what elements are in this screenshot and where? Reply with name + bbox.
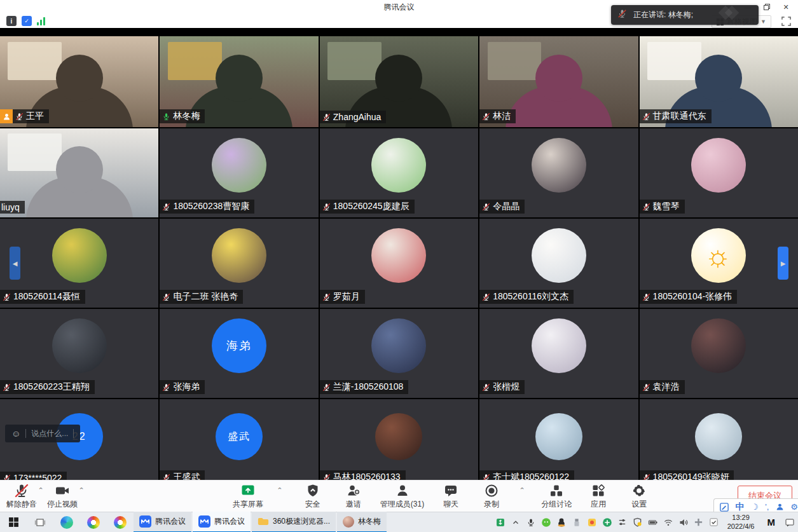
fullscreen-button[interactable] — [779, 15, 793, 27]
taskbar-app-button[interactable]: 360极速浏览器... — [252, 512, 336, 532]
browser-360-speed-icon[interactable] — [107, 512, 134, 532]
stop-video-button[interactable]: 停止视频 — [47, 483, 78, 510]
participant-tile[interactable]: 林洁 — [479, 36, 638, 127]
record-chevron-icon[interactable]: ⌃ — [517, 483, 527, 498]
share-screen-label: 共享屏幕 — [233, 499, 263, 510]
participant-name-label: 袁洋浩 — [640, 380, 685, 394]
stop-video-chevron-icon[interactable]: ⌃ — [76, 483, 86, 498]
mic-muted-icon — [322, 474, 331, 481]
user-icon[interactable] — [776, 503, 784, 511]
chinese-mode-icon[interactable]: 中 — [736, 501, 745, 513]
participant-avatar — [212, 228, 266, 283]
participant-name: 令晶晶 — [493, 201, 519, 212]
share-screen-button[interactable]: 共享屏幕 — [233, 483, 263, 510]
chat-input-placeholder[interactable]: 说点什么... — [31, 428, 68, 439]
start-icon[interactable] — [0, 512, 27, 532]
wechat-icon[interactable] — [540, 517, 552, 528]
next-page-button[interactable]: ▶ — [778, 247, 788, 280]
manage-members-button[interactable]: 管理成员(31) — [380, 483, 424, 510]
participant-tile[interactable]: 令晶晶 — [479, 128, 638, 217]
participant-tile[interactable]: 1805260223王精翔 — [0, 309, 158, 398]
unmute-chevron-icon[interactable]: ⌃ — [36, 483, 46, 498]
app-yellow-icon[interactable] — [586, 517, 598, 528]
edge-icon[interactable] — [53, 512, 80, 532]
security-button[interactable]: 安全 — [299, 483, 327, 510]
participant-tile[interactable]: 1805260114聂恒 — [0, 219, 158, 308]
taskbar-clock[interactable]: 13:29 2022/4/6 — [724, 514, 759, 530]
settings-button[interactable]: 设置 — [625, 483, 653, 510]
microphone-icon[interactable] — [525, 517, 537, 528]
breakout-button[interactable]: 分组讨论 — [541, 483, 572, 510]
checkbox-icon[interactable] — [708, 517, 720, 528]
defender-icon[interactable] — [632, 517, 643, 528]
close-button[interactable]: ✕ — [776, 0, 795, 14]
browser-360-icon[interactable] — [80, 512, 107, 532]
participant-tile[interactable]: 1805260116刘文杰 — [479, 219, 638, 308]
sliders-icon[interactable] — [617, 517, 628, 528]
wifi-icon[interactable] — [663, 517, 674, 528]
participant-tile[interactable]: 1805260149张晓妍 — [640, 399, 798, 480]
participant-tile[interactable]: 王平 — [0, 36, 158, 127]
tencent-meeting-icon — [139, 515, 151, 528]
participant-tile[interactable]: 兰潇-1805260108 — [320, 309, 478, 398]
usb-eject-icon[interactable] — [495, 517, 506, 528]
participant-name: 魏雪琴 — [653, 201, 680, 212]
shield-360-icon[interactable] — [602, 517, 613, 528]
battery-icon[interactable] — [647, 517, 659, 528]
participant-tile[interactable]: ZhangAihua — [320, 36, 478, 127]
meeting-info-icon[interactable]: i — [6, 16, 17, 26]
participant-tile[interactable]: 海弟张海弟 — [160, 309, 318, 398]
chevron-up-icon[interactable] — [510, 517, 521, 528]
restore-button[interactable] — [757, 0, 776, 14]
participant-name: 1805260114聂恒 — [13, 291, 80, 303]
participant-avatar — [52, 318, 107, 373]
ime-cross-icon[interactable] — [693, 517, 705, 528]
participant-avatar: ☼ — [691, 228, 746, 283]
taskbar-app-button[interactable]: 林冬梅 — [337, 512, 387, 532]
smiley-icon[interactable]: ☺ — [11, 428, 20, 439]
punctuation-icon[interactable]: ’, — [765, 502, 769, 512]
participant-tile[interactable]: 魏雪琴 — [640, 128, 798, 217]
notification-icon[interactable] — [784, 517, 795, 528]
participant-tile[interactable]: 罗茹月 — [320, 219, 478, 308]
participant-name-label: 1805260116刘文杰 — [479, 290, 574, 304]
participant-tile[interactable]: 盛武王盛武 — [160, 399, 318, 480]
quick-chat-bar[interactable]: ☺ 说点什么... — [5, 425, 80, 442]
participant-tile[interactable]: 马林1805260133 — [320, 399, 478, 480]
participant-tile[interactable]: 1805260238曹智康 — [160, 128, 318, 217]
participant-tile[interactable]: 袁洋浩 — [640, 309, 798, 398]
handwriting-pad-icon[interactable] — [720, 503, 729, 512]
participant-name-label: 甘肃联通代东 — [640, 109, 712, 123]
invite-button[interactable]: 邀请 — [340, 483, 368, 510]
speaking-toast: 正在讲话: 林冬梅; — [611, 5, 759, 25]
chat-button[interactable]: 聊天 — [437, 483, 465, 510]
taskbar-app-button[interactable]: 腾讯会议 — [134, 512, 191, 532]
taskbar-app-button[interactable]: 腾讯会议 — [193, 512, 251, 532]
qq-icon[interactable] — [556, 517, 567, 528]
participant-tile[interactable]: 甘肃联通代东 — [640, 36, 798, 127]
usb-drive-icon[interactable] — [571, 517, 582, 528]
task-view-icon[interactable] — [27, 512, 53, 532]
participant-name: 电子二班 张艳奇 — [173, 291, 238, 303]
record-button[interactable]: 录制 — [478, 483, 506, 510]
unmute-button[interactable]: 解除静音 — [6, 483, 37, 510]
volume-icon[interactable] — [678, 517, 689, 528]
participant-grid: 王平林冬梅ZhangAihua林洁甘肃联通代东liuyq1805260238曹智… — [0, 28, 798, 480]
network-signal-icon[interactable] — [37, 17, 45, 25]
security-shield-icon[interactable]: ✓ — [22, 16, 32, 26]
participant-tile[interactable]: 林冬梅 — [160, 36, 318, 127]
participant-tile[interactable]: 齐士斌1805260122 — [479, 399, 638, 480]
prev-page-button[interactable]: ◀ — [10, 247, 20, 280]
settings-icon[interactable]: ⚙ — [790, 502, 798, 512]
mic-muted-icon — [642, 383, 650, 392]
apps-button[interactable]: 应用 — [584, 483, 612, 510]
participant-tile[interactable]: 电子二班 张艳奇 — [160, 219, 318, 308]
sogou-m-icon[interactable]: M — [762, 517, 781, 528]
participant-tile[interactable]: ☼1805260104-张修伟 — [640, 219, 798, 308]
participant-tile[interactable]: 张楷煜 — [479, 309, 638, 398]
share-screen-chevron-icon[interactable]: ⌃ — [275, 483, 285, 498]
participant-tile[interactable]: 1805260245庞建辰 — [320, 128, 478, 217]
participant-tile[interactable]: liuyq — [0, 128, 158, 217]
participant-avatar — [695, 413, 742, 460]
night-mode-icon[interactable]: ☽ — [751, 502, 759, 512]
